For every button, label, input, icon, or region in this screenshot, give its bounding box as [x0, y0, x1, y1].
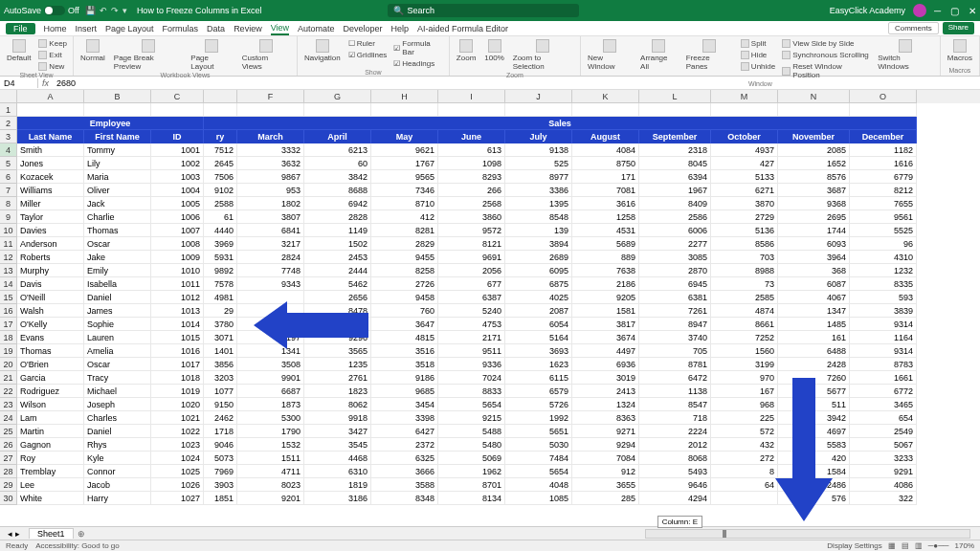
split-button[interactable]: Split: [739, 38, 777, 49]
cell[interactable]: 171: [572, 170, 639, 184]
cell[interactable]: 3386: [505, 184, 572, 197]
cell[interactable]: 6841: [237, 224, 304, 237]
cell[interactable]: [711, 492, 778, 505]
cell[interactable]: 2171: [438, 331, 505, 344]
cell[interactable]: 368: [778, 264, 850, 277]
cell[interactable]: 968: [711, 398, 778, 411]
cell[interactable]: 8710: [371, 197, 438, 210]
cell[interactable]: Lee: [17, 478, 84, 492]
cell[interactable]: 9294: [572, 438, 639, 452]
cell[interactable]: 572: [711, 425, 778, 438]
cell[interactable]: 2828: [304, 210, 371, 224]
cell[interactable]: 5488: [438, 425, 505, 438]
cell[interactable]: 9458: [371, 291, 438, 304]
row-header[interactable]: 16: [0, 304, 17, 318]
cell[interactable]: 139: [505, 224, 572, 237]
row-header[interactable]: 23: [0, 398, 17, 411]
cell[interactable]: O'Kelly: [17, 318, 84, 331]
cell[interactable]: 3071: [204, 331, 237, 344]
cell[interactable]: Lily: [84, 157, 151, 170]
cell[interactable]: 5067: [850, 438, 917, 452]
cell[interactable]: 2012: [639, 438, 711, 452]
switch-button[interactable]: Switch Windows: [875, 38, 936, 72]
cell[interactable]: 1026: [151, 478, 204, 492]
cell[interactable]: Miller: [17, 197, 84, 210]
cell[interactable]: Wilson: [17, 398, 84, 411]
cell[interactable]: 3217: [237, 237, 304, 251]
cell[interactable]: Kyle: [84, 452, 151, 465]
fx-icon[interactable]: fx: [38, 78, 53, 88]
minimize-icon[interactable]: ─: [934, 6, 941, 16]
row-header[interactable]: 6: [0, 170, 17, 184]
col-header[interactable]: O: [850, 90, 917, 103]
cell[interactable]: 9314: [850, 344, 917, 358]
cell[interactable]: 2462: [204, 411, 237, 425]
col-header[interactable]: B: [84, 90, 151, 103]
cell[interactable]: 9336: [438, 358, 505, 371]
cell[interactable]: 760: [371, 304, 438, 318]
cell[interactable]: 6579: [505, 385, 572, 398]
ruler-check[interactable]: ☐ Ruler: [346, 38, 390, 49]
cell[interactable]: 9205: [572, 291, 639, 304]
cell[interactable]: 9867: [237, 170, 304, 184]
cell[interactable]: Roberts: [17, 251, 84, 264]
cell[interactable]: 9565: [371, 170, 438, 184]
row-header[interactable]: 25: [0, 425, 17, 438]
cell[interactable]: 3518: [371, 358, 438, 371]
customviews-button[interactable]: Custom Views: [239, 38, 293, 72]
cell[interactable]: 1013: [151, 304, 204, 318]
arrange-button[interactable]: Arrange All: [637, 38, 680, 72]
cell[interactable]: 8335: [850, 277, 917, 291]
tab-page-layout[interactable]: Page Layout: [105, 23, 154, 34]
cell[interactable]: 6271: [711, 184, 778, 197]
cell[interactable]: [572, 103, 639, 117]
col-header[interactable]: A: [17, 90, 84, 103]
cell[interactable]: 1017: [151, 358, 204, 371]
cell[interactable]: 7748: [237, 264, 304, 277]
cell[interactable]: 5525: [850, 224, 917, 237]
cell[interactable]: 2277: [639, 237, 711, 251]
cell[interactable]: 3199: [711, 358, 778, 371]
cell[interactable]: 427: [711, 157, 778, 170]
cell[interactable]: 8293: [438, 170, 505, 184]
cell[interactable]: 3780: [204, 318, 237, 331]
row-header[interactable]: 3: [0, 130, 17, 143]
formula-input[interactable]: 2680: [53, 78, 79, 88]
row-header[interactable]: 28: [0, 465, 17, 478]
cell[interactable]: 7506: [204, 170, 237, 184]
cell[interactable]: Oscar: [84, 358, 151, 371]
select-all-corner[interactable]: [0, 90, 17, 103]
tab-help[interactable]: Help: [391, 23, 410, 34]
cell[interactable]: [639, 103, 711, 117]
cell[interactable]: Connor: [84, 465, 151, 478]
cell[interactable]: 1012: [151, 291, 204, 304]
normal-button[interactable]: Normal: [78, 38, 108, 63]
cell[interactable]: 6779: [850, 170, 917, 184]
cell[interactable]: 7261: [639, 304, 711, 318]
cell[interactable]: 29: [204, 304, 237, 318]
cell[interactable]: 703: [711, 251, 778, 264]
row-header[interactable]: 20: [0, 358, 17, 371]
cell[interactable]: Davis: [17, 277, 84, 291]
row-header[interactable]: 26: [0, 438, 17, 452]
cell[interactable]: 4981: [204, 291, 237, 304]
cell[interactable]: 60: [304, 157, 371, 170]
cell[interactable]: 8781: [639, 358, 711, 371]
cell[interactable]: 8548: [505, 210, 572, 224]
cell[interactable]: 9215: [438, 411, 505, 425]
cell[interactable]: 613: [438, 143, 505, 157]
cell[interactable]: 8947: [639, 318, 711, 331]
cell[interactable]: 6875: [505, 277, 572, 291]
sidebyside-button[interactable]: View Side by Side: [780, 38, 872, 49]
cell[interactable]: 1011: [151, 277, 204, 291]
cell[interactable]: 1744: [778, 224, 850, 237]
cell[interactable]: ID: [151, 130, 204, 143]
cell[interactable]: 7512: [204, 143, 237, 157]
cell[interactable]: 9201: [237, 492, 304, 505]
cell[interactable]: 2056: [438, 264, 505, 277]
tab-view[interactable]: View: [271, 22, 289, 35]
cell[interactable]: 1085: [505, 492, 572, 505]
row-header[interactable]: 21: [0, 371, 17, 385]
cell[interactable]: 1532: [237, 438, 304, 452]
cell[interactable]: 3398: [371, 411, 438, 425]
